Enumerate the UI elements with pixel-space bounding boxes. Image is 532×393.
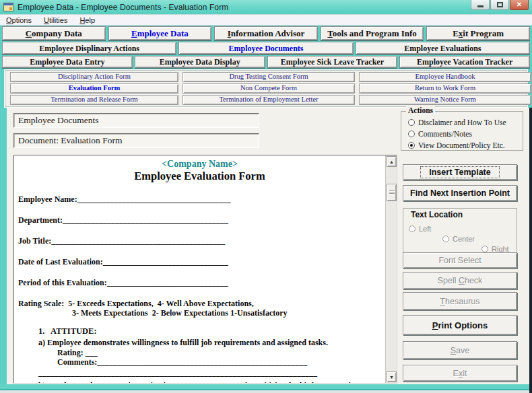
maximize-button[interactable] (490, 0, 509, 10)
radio-disclaimer-and-how-to-use[interactable]: Disclaimer and How To Use (408, 117, 523, 128)
radio-view-document-policy-label: View Document/Policy Etc. (418, 141, 505, 149)
document-line-field: Date of Last Evaluation:________________… (18, 257, 381, 266)
menu-utilities[interactable]: Utilities (38, 16, 73, 24)
text-location-group: Text Location LeftCenterRight (403, 208, 517, 254)
radio-comments-notes-icon (408, 131, 415, 137)
tab-employee-vacation-tracker[interactable]: Employee Vacation Tracker (399, 56, 530, 68)
actions-group-label: Actions (406, 106, 435, 114)
doc-button-termination-of-employment-letter[interactable]: Termination of Employment Letter (182, 95, 355, 105)
actions-group: Actions Disclaimer and How To UseComment… (401, 111, 523, 151)
scrollbar-thumb[interactable] (387, 184, 397, 201)
menu-options[interactable]: Options (0, 16, 38, 24)
document-buttons-band: Disciplinary Action FormDrug Testing Con… (4, 69, 528, 108)
insert-template-button[interactable]: Insert Template (403, 164, 517, 180)
maximize-icon (497, 2, 503, 7)
nav-row-employee-sections: Employee Displinary ActionsEmployee Docu… (2, 42, 530, 55)
menu-bar: OptionsUtilitiesHelp (0, 15, 532, 26)
save-button[interactable]: Save (403, 341, 517, 359)
tab-employee-sick-leave-tracker[interactable]: Employee Sick Leave Tracker (267, 56, 398, 68)
title-bar: Employee Data - Employee Documents - Eva… (0, 0, 532, 15)
app-window: Employee Data - Employee Documents - Eva… (0, 0, 532, 393)
doc-button-non-compete-form[interactable]: Non Compete Form (182, 83, 355, 94)
doc-button-termination-and-release-form[interactable]: Termination and Release Form (10, 95, 178, 105)
document-line-item: a) Employee demonstrates willingness to … (18, 338, 381, 347)
document-content: <Company Name>Employee Evaluation FormEm… (14, 155, 385, 383)
radio-disclaimer-and-how-to-use-icon (408, 119, 415, 126)
doc-button-evaluation-form[interactable]: Evaluation Form (10, 83, 178, 94)
app-icon (3, 3, 13, 11)
document-viewer[interactable]: <Company Name>Employee Evaluation FormEm… (13, 155, 397, 384)
main-panel: Employee Documents Document: Evaluation … (7, 108, 529, 384)
radio-textloc-right-icon (481, 246, 488, 252)
tab-employee-data-entry[interactable]: Employee Data Entry (2, 56, 133, 68)
document-line-sub: Rating: ___ (18, 348, 381, 357)
doc-button-return-to-work-form[interactable]: Return to Work Form (359, 83, 531, 94)
radio-view-document-policy-icon (408, 142, 415, 149)
radio-comments-notes-label: Comments/Notes (418, 130, 472, 138)
tab-employee-data-display[interactable]: Employee Data Display (135, 56, 265, 68)
tab-employee-evaluations[interactable]: Employee Evaluations (356, 42, 530, 55)
document-line-scale2: 3- Meets Expectations 2- Below Expectati… (18, 308, 381, 318)
doc-button-warning-notice-form[interactable]: Warning Notice Form (359, 95, 531, 105)
radio-disclaimer-and-how-to-use-label: Disclaimer and How To Use (418, 118, 506, 127)
radio-view-document-policy[interactable]: View Document/Policy Etc. (408, 140, 523, 151)
document-line-cont: ________________________________________… (18, 368, 381, 378)
document-line-scale: Rating Scale: 5- Exceeds Expectations, 4… (18, 299, 381, 308)
tab-information-advisor[interactable]: Information Advisor (214, 26, 318, 40)
minimize-button[interactable] (471, 0, 490, 10)
text-location-group-label: Text Location (409, 210, 465, 219)
scrollbar-track[interactable]: ▲ ▼ (385, 155, 397, 383)
close-icon: ✕ (517, 1, 522, 8)
doc-button-drug-testing-consent-form[interactable]: Drug Testing Consent Form (182, 72, 355, 82)
menu-help[interactable]: Help (73, 16, 101, 24)
insert-template-focus-ring: Insert Template (420, 166, 499, 178)
document-line-field: Department:_____________________________… (18, 215, 381, 225)
print-options-button[interactable]: Print Options (403, 315, 517, 335)
nav-row-employee-tools: Employee Data EntryEmployee Data Display… (2, 56, 530, 68)
document-line-item: b) Employee takes corrective action in r… (18, 381, 381, 383)
spell-check-button[interactable]: Spell Check (403, 272, 517, 289)
actions-radio-list: Disclaimer and How To UseComments/NotesV… (401, 117, 523, 151)
exit-button[interactable]: Exit (403, 365, 517, 382)
nav-row-main: Company DataEmployee DataInformation Adv… (2, 26, 530, 40)
tab-employee-data[interactable]: Employee Data (108, 26, 212, 40)
tab-employee-displinary-actions[interactable]: Employee Displinary Actions (2, 42, 176, 55)
document-line-sub: Comments:_______________________________… (18, 357, 381, 367)
radio-textloc-center[interactable]: Center (442, 234, 475, 244)
radio-textloc-left-label: Left (419, 225, 431, 233)
tab-exit-program[interactable]: Exit Program (426, 26, 530, 40)
radio-comments-notes[interactable]: Comments/Notes (408, 129, 523, 139)
tab-employee-documents[interactable]: Employee Documents (178, 42, 353, 55)
category-field[interactable]: Employee Documents (13, 113, 259, 128)
document-line-field: Job Title:______________________________… (18, 236, 381, 246)
window-controls: ✕ (471, 0, 529, 10)
radio-textloc-center-label: Center (453, 235, 475, 243)
radio-textloc-left[interactable]: Left (409, 223, 431, 234)
tab-tools-and-program-info[interactable]: Tools and Program Info (321, 26, 424, 40)
document-line-field: Employee Name:__________________________… (18, 194, 381, 204)
radio-textloc-left-icon (409, 225, 415, 232)
find-next-insertion-point-button[interactable]: Find Next Insertion Point (403, 185, 517, 201)
close-button[interactable]: ✕ (510, 0, 529, 10)
right-window-edge (529, 108, 532, 393)
minimize-icon (477, 5, 484, 7)
document-line-field: Period of this Evaluation:______________… (18, 278, 381, 287)
document-line-company: <Company Name> (18, 158, 381, 170)
radio-textloc-center-icon (442, 236, 449, 242)
doc-button-disciplinary-action-form[interactable]: Disciplinary Action Form (10, 72, 178, 82)
document-line-title: Employee Evaluation Form (18, 170, 381, 183)
window-title: Employee Data - Employee Documents - Eva… (18, 3, 228, 12)
document-line-num: 1. ATTITUDE: (18, 326, 381, 336)
thesaurus-button[interactable]: Thesaurus (403, 292, 517, 310)
bottom-window-edge (0, 390, 529, 393)
tab-company-data[interactable]: Company Data (2, 26, 106, 40)
scrollbar-up-button[interactable]: ▲ (387, 156, 397, 167)
bottom-teal-strip (0, 384, 529, 390)
font-select-button[interactable]: Font Select (403, 252, 517, 269)
scrollbar-down-button[interactable]: ▼ (387, 371, 397, 382)
doc-button-employee-handbook[interactable]: Employee Handbook (359, 72, 531, 82)
document-field[interactable]: Document: Evaluation Form (13, 133, 259, 148)
